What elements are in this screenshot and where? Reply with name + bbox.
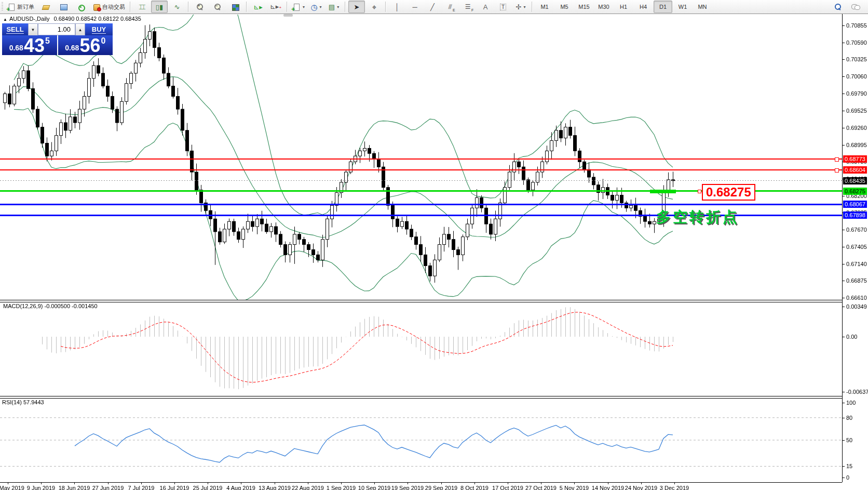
buy-button[interactable]: BUY bbox=[85, 23, 113, 35]
buy-price-big: 56 bbox=[79, 37, 100, 54]
level-price-label-0.68435: 0.68435 bbox=[843, 177, 867, 184]
market-depth-button[interactable] bbox=[55, 1, 72, 13]
label-tool-button[interactable]: T bbox=[495, 1, 511, 13]
trendline-button[interactable]: ╱ bbox=[424, 1, 441, 13]
sell-price-big: 43 bbox=[24, 37, 45, 54]
bar-chart-button[interactable]: ⌶⌶ bbox=[133, 1, 150, 13]
macd-panel-splitter[interactable] bbox=[0, 300, 842, 302]
auto-scroll-button[interactable]: ⊾▸ bbox=[250, 1, 266, 13]
vertical-line-button[interactable]: │ bbox=[389, 1, 405, 13]
price-tick-label: 0.67140 bbox=[846, 261, 867, 267]
timeframe-M15[interactable]: M15 bbox=[575, 1, 593, 13]
rsi-tick-mark bbox=[842, 403, 845, 403]
level-line-0.68435[interactable] bbox=[0, 180, 842, 181]
line-handle[interactable] bbox=[835, 168, 839, 173]
auto-trading-icon bbox=[92, 3, 101, 11]
crosshair-button[interactable]: ⌖ bbox=[366, 1, 383, 13]
community-chat-button[interactable] bbox=[847, 1, 864, 13]
timeframe-M5[interactable]: M5 bbox=[555, 1, 574, 13]
rsi-tick-label: 80 bbox=[846, 415, 852, 421]
price-tick-label: 0.70855 bbox=[846, 22, 867, 29]
rsi-panel-splitter[interactable] bbox=[0, 396, 842, 399]
highlight-segment[interactable] bbox=[650, 190, 676, 193]
template-icon: ▤ bbox=[329, 4, 335, 10]
timeframe-M1[interactable]: M1 bbox=[535, 1, 554, 13]
window-splitter[interactable] bbox=[283, 14, 293, 17]
fibonacci-button[interactable]: ☰F bbox=[459, 1, 476, 13]
line-chart-button[interactable]: ∿ bbox=[169, 1, 185, 13]
timeframe-M30[interactable]: M30 bbox=[594, 1, 613, 13]
bar-chart-icon: ⌶⌶ bbox=[139, 4, 145, 10]
date-tick-mark bbox=[408, 482, 408, 484]
search-button[interactable] bbox=[830, 1, 846, 13]
trendline-icon: ╱ bbox=[430, 4, 435, 10]
templates-button[interactable]: ▤▾ bbox=[326, 1, 342, 13]
mt4-terminal: + 新订单 自动交易 ⌶⌶ ▯▮ ∿ + − ⊾▸ ⊾▸+ +▾ ◷▾ ▤▾ bbox=[0, 0, 868, 490]
level-line-0.68604[interactable] bbox=[0, 169, 842, 170]
collapse-triangle-icon[interactable]: ▲ bbox=[3, 17, 7, 22]
periods-button[interactable]: ◷▾ bbox=[308, 1, 324, 13]
candlestick-chart-button[interactable]: ▯▮ bbox=[151, 1, 168, 13]
date-tick-mark bbox=[141, 482, 142, 484]
rsi-label: RSI(14) 57.9443 bbox=[2, 399, 44, 405]
volume-input[interactable] bbox=[38, 23, 75, 35]
price-tick-label: 0.67405 bbox=[846, 244, 867, 250]
new-order-button[interactable]: + 新订单 bbox=[5, 1, 36, 13]
metaeditor-icon bbox=[42, 3, 50, 11]
horizontal-line-button[interactable]: ─ bbox=[406, 1, 423, 13]
sell-button[interactable]: SELL bbox=[2, 23, 28, 35]
buy-price-display[interactable]: 0.68560 bbox=[58, 35, 113, 55]
callout-anchor[interactable] bbox=[698, 190, 701, 193]
date-tick-mark bbox=[474, 482, 475, 484]
timeframe-H1[interactable]: H1 bbox=[614, 1, 633, 13]
price-tick-label: 0.70060 bbox=[846, 73, 867, 80]
timeframe-H4[interactable]: H4 bbox=[634, 1, 653, 13]
buy-price-sup: 0 bbox=[101, 36, 105, 46]
tile-windows-button[interactable] bbox=[227, 1, 243, 13]
macd-tick-label: 0.00349 bbox=[846, 303, 867, 310]
timeframe-D1[interactable]: D1 bbox=[654, 1, 672, 13]
timeframe-MN[interactable]: MN bbox=[693, 1, 712, 13]
chevron-down-icon: ▾ bbox=[303, 5, 305, 9]
sell-price-display[interactable]: 0.68435 bbox=[2, 35, 57, 55]
shapes-button[interactable]: ✢▾ bbox=[512, 1, 529, 13]
timeframe-W1[interactable]: W1 bbox=[673, 1, 692, 13]
metaeditor-button[interactable] bbox=[37, 1, 54, 13]
level-line-0.68067[interactable] bbox=[0, 204, 842, 205]
price-tick-mark bbox=[842, 59, 845, 60]
zoom-in-button[interactable]: + bbox=[192, 1, 208, 13]
price-tick-label: 0.69790 bbox=[846, 90, 867, 97]
text-tool-button[interactable]: A bbox=[477, 1, 494, 13]
price-callout-label[interactable]: 0.68275 bbox=[702, 184, 755, 201]
level-price-label-0.67898: 0.67898 bbox=[843, 211, 867, 219]
price-tick-label: 0.68995 bbox=[846, 142, 867, 148]
price-tick-mark bbox=[842, 128, 845, 128]
level-line-0.68773[interactable] bbox=[0, 158, 842, 160]
new-order-icon: + bbox=[7, 3, 16, 11]
clock-icon: ◷ bbox=[310, 4, 317, 10]
label-icon: T bbox=[500, 4, 506, 10]
chevron-down-icon: ▾ bbox=[523, 5, 525, 9]
horizontal-line-icon: ─ bbox=[412, 4, 417, 10]
signals-button[interactable] bbox=[73, 1, 89, 13]
date-tick-mark bbox=[41, 482, 42, 484]
timeframe-group: M1M5M15M30H1H4D1W1MN bbox=[535, 1, 712, 13]
date-tick-mark bbox=[508, 482, 508, 484]
level-price-label-0.68773: 0.68773 bbox=[843, 155, 867, 163]
auto-trading-label: 自动交易 bbox=[102, 3, 125, 11]
zoom-out-button[interactable]: − bbox=[209, 1, 226, 13]
chart-shift-button[interactable]: ⊾▸+ bbox=[267, 1, 284, 13]
cursor-button[interactable]: ➤ bbox=[348, 1, 365, 13]
channel-button[interactable]: ⫻E bbox=[442, 1, 458, 13]
auto-trading-button[interactable]: 自动交易 bbox=[90, 1, 127, 13]
chart-canvas[interactable] bbox=[0, 14, 868, 490]
turning-point-note[interactable]: 多空转折点 bbox=[656, 207, 739, 227]
indicators-button[interactable]: +▾ bbox=[290, 1, 307, 13]
price-tick-mark bbox=[842, 94, 845, 94]
signals-icon bbox=[77, 3, 85, 11]
line-handle[interactable] bbox=[835, 157, 839, 162]
macd-tick-mark bbox=[842, 392, 845, 392]
price-tick-mark bbox=[842, 281, 845, 281]
line-chart-icon: ∿ bbox=[174, 4, 180, 10]
price-tick-mark bbox=[842, 196, 845, 196]
